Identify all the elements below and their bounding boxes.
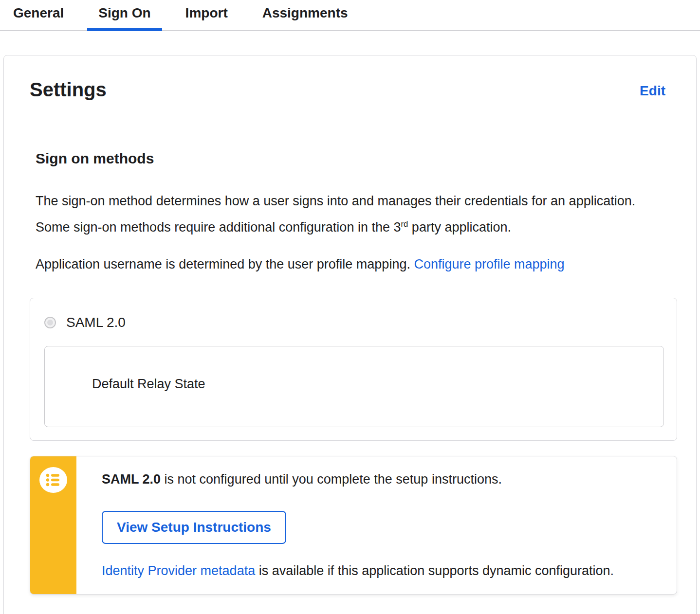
- metadata-line-rest: is available if this application support…: [255, 563, 614, 578]
- sign-on-methods-section: Sign on methods The sign-on method deter…: [26, 150, 677, 595]
- tab-assignments[interactable]: Assignments: [251, 0, 359, 30]
- tab-sign-on[interactable]: Sign On: [87, 0, 162, 30]
- tab-import[interactable]: Import: [174, 0, 239, 30]
- configure-profile-mapping-link[interactable]: Configure profile mapping: [414, 257, 564, 271]
- app-tab-bar: General Sign On Import Assignments: [0, 0, 700, 31]
- default-relay-state-label: Default Relay State: [92, 377, 205, 391]
- callout-message-rest: is not configured until you complete the…: [161, 472, 502, 487]
- sign-on-description: The sign-on method determines how a user…: [36, 189, 639, 239]
- view-setup-instructions-button[interactable]: View Setup Instructions: [102, 511, 286, 544]
- metadata-line: Identity Provider metadata is available …: [102, 561, 667, 580]
- tab-general[interactable]: General: [2, 0, 75, 30]
- list-icon: [39, 467, 67, 493]
- description-text: The sign-on method determines how a user…: [36, 194, 635, 235]
- username-mapping-line: Application username is determined by th…: [36, 253, 677, 276]
- saml-radio-label: SAML 2.0: [66, 316, 126, 329]
- callout-body: SAML 2.0 is not configured until you com…: [76, 456, 677, 594]
- description-superscript: rd: [401, 219, 408, 229]
- callout-accent-bar: [30, 456, 76, 594]
- saml-radio-row: SAML 2.0: [44, 316, 664, 329]
- identity-provider-metadata-link[interactable]: Identity Provider metadata: [102, 563, 255, 578]
- callout-message: SAML 2.0 is not configured until you com…: [102, 468, 667, 491]
- saml-method-box: SAML 2.0 Default Relay State: [30, 298, 677, 441]
- page-title: Settings: [30, 78, 107, 101]
- edit-button[interactable]: Edit: [640, 83, 665, 99]
- settings-header: Settings Edit: [26, 78, 677, 101]
- callout-message-bold: SAML 2.0: [102, 472, 161, 487]
- description-text-end: party application.: [408, 220, 511, 235]
- username-mapping-text: Application username is determined by th…: [36, 257, 414, 271]
- relay-state-field-box: Default Relay State: [44, 346, 664, 427]
- saml-not-configured-callout: SAML 2.0 is not configured until you com…: [30, 456, 677, 595]
- settings-card: Settings Edit Sign on methods The sign-o…: [3, 55, 697, 614]
- sign-on-methods-heading: Sign on methods: [36, 150, 677, 167]
- saml-radio-button[interactable]: [44, 317, 56, 328]
